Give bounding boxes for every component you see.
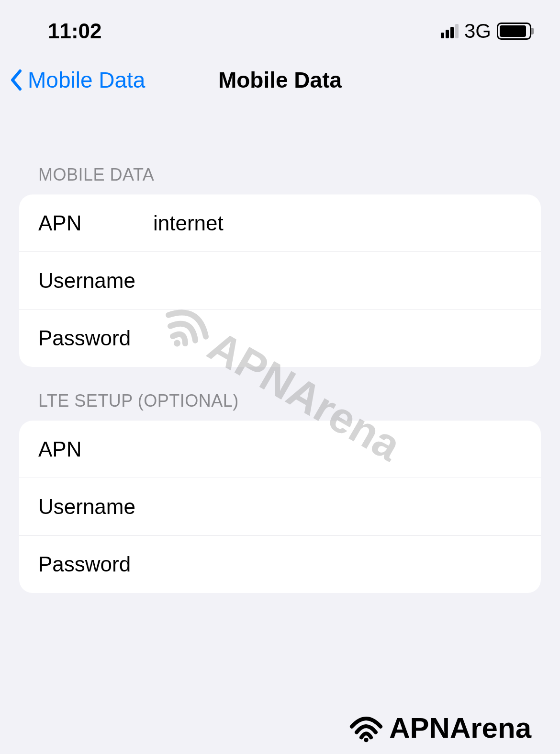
input-lte-password[interactable]: [153, 552, 522, 576]
row-lte-password[interactable]: Password: [19, 536, 541, 593]
label-password: Password: [38, 326, 153, 350]
status-indicators: 3G: [441, 20, 531, 43]
input-lte-username[interactable]: [153, 495, 522, 519]
settings-group-mobile-data: APN Username Password: [19, 194, 541, 367]
signal-strength-icon: [441, 24, 459, 38]
input-lte-apn[interactable]: [153, 437, 522, 461]
status-bar: 11:02 3G: [0, 0, 560, 53]
page-title: Mobile Data: [218, 67, 342, 93]
network-type: 3G: [464, 20, 491, 43]
row-mobile-data-apn[interactable]: APN: [19, 194, 541, 252]
status-time: 11:02: [48, 19, 102, 43]
row-lte-username[interactable]: Username: [19, 478, 541, 536]
wifi-icon: [347, 714, 385, 743]
row-lte-apn[interactable]: APN: [19, 421, 541, 478]
row-mobile-data-username[interactable]: Username: [19, 252, 541, 309]
back-button[interactable]: Mobile Data: [10, 67, 145, 93]
label-password: Password: [38, 552, 153, 576]
section-header-mobile-data: MOBILE DATA: [0, 141, 560, 194]
navigation-bar: Mobile Data Mobile Data: [0, 53, 560, 112]
back-label: Mobile Data: [28, 67, 145, 93]
input-mobile-data-username[interactable]: [153, 269, 522, 293]
input-mobile-data-password[interactable]: [153, 326, 522, 350]
input-mobile-data-apn[interactable]: [153, 211, 522, 235]
label-username: Username: [38, 269, 153, 293]
svg-point-1: [364, 738, 369, 742]
label-apn: APN: [38, 437, 153, 461]
battery-icon: [497, 23, 531, 40]
section-header-lte-setup: LTE SETUP (OPTIONAL): [0, 367, 560, 421]
row-mobile-data-password[interactable]: Password: [19, 309, 541, 367]
label-apn: APN: [38, 211, 153, 235]
label-username: Username: [38, 495, 153, 519]
chevron-left-icon: [10, 69, 24, 91]
settings-group-lte-setup: APN Username Password: [19, 421, 541, 593]
watermark-bottom: APNArena: [347, 711, 531, 744]
